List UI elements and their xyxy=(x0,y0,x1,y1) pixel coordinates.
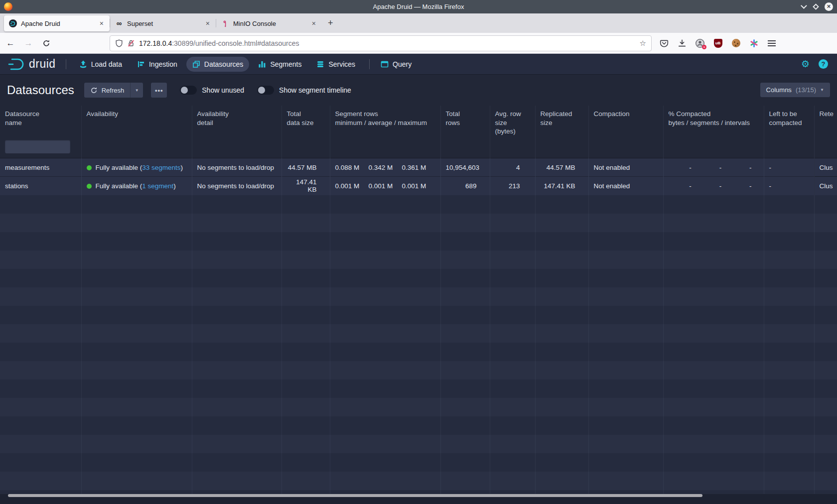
account-button[interactable]: × xyxy=(695,38,705,49)
nav-divider xyxy=(369,59,370,69)
browser-toolbar: ← → 172.18.0.4:30899/unified-console.htm… xyxy=(0,33,837,54)
table-row-empty xyxy=(0,195,837,214)
settings-gear-icon[interactable]: ⚙ xyxy=(801,59,810,69)
cell-total-rows: 10,954,603 xyxy=(440,158,490,177)
table-row-stations[interactable]: stations Fully available (1 segment) No … xyxy=(0,177,837,195)
show-segment-timeline-toggle[interactable] xyxy=(257,86,274,95)
segments-icon xyxy=(258,60,266,68)
table-header-row: Datasourcename Availability Availability… xyxy=(0,106,837,136)
downloads-button[interactable] xyxy=(677,38,688,49)
services-icon xyxy=(316,60,324,68)
col-header-compaction[interactable]: Compaction xyxy=(588,106,663,136)
col-header-replicated-size[interactable]: Replicatedsize xyxy=(535,106,588,136)
col-header-avg-row-size[interactable]: Avg. row size(bytes) xyxy=(490,106,535,136)
help-icon[interactable]: ? xyxy=(819,59,828,69)
col-header-datasource-name[interactable]: Datasourcename xyxy=(0,106,81,136)
segments-link[interactable]: 33 segments xyxy=(142,164,180,171)
tab-close-icon[interactable]: × xyxy=(311,19,317,27)
datasources-icon xyxy=(192,60,200,68)
columns-button[interactable]: Columns (13/15) ▼ xyxy=(760,83,830,97)
col-header-total-rows[interactable]: Totalrows xyxy=(440,106,490,136)
horizontal-scrollbar-thumb[interactable] xyxy=(8,494,702,497)
ingestion-icon xyxy=(137,60,145,68)
account-error-badge: × xyxy=(702,45,706,49)
nav-divider xyxy=(66,59,66,69)
superset-favicon-icon: ∞ xyxy=(115,19,123,27)
columns-count: (13/15) xyxy=(796,86,816,94)
bookmark-star-icon[interactable]: ☆ xyxy=(640,39,646,48)
nav-item-label: Datasources xyxy=(204,60,244,68)
nav-item-segments[interactable]: Segments xyxy=(252,57,307,72)
url-text[interactable]: 172.18.0.4:30899/unified-console.html#da… xyxy=(139,39,640,47)
segments-link[interactable]: 1 segment xyxy=(142,182,173,190)
table-row-empty xyxy=(0,251,837,269)
col-header-availability-detail[interactable]: Availabilitydetail xyxy=(192,106,281,136)
nav-item-label: Ingestion xyxy=(149,60,177,68)
show-unused-toggle[interactable] xyxy=(180,86,197,95)
tab-superset[interactable]: ∞ Superset × xyxy=(110,15,216,31)
menu-button[interactable] xyxy=(766,38,777,49)
nav-item-load-data[interactable]: Load data xyxy=(73,57,128,72)
datasource-filter-input[interactable] xyxy=(5,140,70,153)
horizontal-scrollbar[interactable] xyxy=(0,494,837,504)
hamburger-icon xyxy=(768,40,776,41)
col-header-total-data-size[interactable]: Totaldata size xyxy=(281,106,330,136)
table-row-empty xyxy=(0,232,837,251)
cell-replicated-size: 44.57 MB xyxy=(535,158,588,177)
window-maximize-icon[interactable] xyxy=(813,3,819,10)
forward-button[interactable]: → xyxy=(21,36,36,51)
columns-label: Columns xyxy=(766,86,792,94)
col-header-left-to-be-compacted[interactable]: Left to becompacted xyxy=(764,106,814,136)
druid-brand[interactable]: druid xyxy=(8,57,56,71)
cell-availability: Fully available (1 segment) xyxy=(81,177,192,195)
nav-item-query[interactable]: Query xyxy=(375,57,418,72)
tab-close-icon[interactable]: × xyxy=(205,19,211,27)
ublock-extension-button[interactable]: uB xyxy=(712,38,723,49)
druid-logo-icon xyxy=(8,57,26,71)
refresh-button[interactable]: Refresh xyxy=(84,83,131,98)
cell-replicated-size: 147.41 KB xyxy=(535,177,588,195)
brand-text: druid xyxy=(29,57,56,71)
table-row-measurements[interactable]: measurements Fully available (33 segment… xyxy=(0,158,837,177)
table-row-empty xyxy=(0,398,837,416)
cell-total-data-size: 147.41 KB xyxy=(281,177,330,195)
extension-asterisk-button[interactable] xyxy=(748,38,759,49)
col-header-availability[interactable]: Availability xyxy=(81,106,192,136)
cell-total-rows: 689 xyxy=(440,177,490,195)
cell-retention: Clus xyxy=(814,158,837,177)
pocket-button[interactable] xyxy=(659,38,670,49)
window-close-icon[interactable]: × xyxy=(825,2,833,11)
cell-pct-compacted: --- xyxy=(663,177,764,195)
asterisk-icon xyxy=(749,39,758,48)
reload-icon xyxy=(42,39,50,47)
load-data-icon xyxy=(79,60,87,68)
url-bar[interactable]: 172.18.0.4:30899/unified-console.html#da… xyxy=(110,35,652,51)
table-row-empty xyxy=(0,416,837,435)
back-button[interactable]: ← xyxy=(3,36,18,51)
col-header-retention[interactable]: Rete xyxy=(814,106,837,136)
table-row-empty xyxy=(0,306,837,324)
nav-item-services[interactable]: Services xyxy=(310,57,361,72)
col-header-segment-rows[interactable]: Segment rowsminimum / average / maximum xyxy=(330,106,440,136)
refresh-dropdown-button[interactable]: ▼ xyxy=(130,83,143,98)
table-row-empty xyxy=(0,361,837,379)
screen: Apache Druid — Mozilla Firefox × Apache … xyxy=(0,0,837,504)
col-header-pct-compacted[interactable]: % Compactedbytes / segments / intervals xyxy=(663,106,764,136)
reload-button[interactable] xyxy=(39,36,54,51)
query-icon xyxy=(381,60,389,68)
table-row-empty xyxy=(0,214,837,232)
insecure-lock-icon[interactable] xyxy=(127,39,135,47)
more-actions-button[interactable]: ••• xyxy=(151,83,167,98)
nav-item-label: Services xyxy=(328,60,355,68)
cell-segment-rows: 0.088 M0.342 M0.361 M xyxy=(330,158,440,177)
nav-item-ingestion[interactable]: Ingestion xyxy=(131,57,183,72)
nav-item-datasources[interactable]: Datasources xyxy=(186,57,250,72)
tracking-shield-icon[interactable] xyxy=(115,39,123,47)
tab-apache-druid[interactable]: Apache Druid × xyxy=(4,15,110,31)
tab-close-icon[interactable]: × xyxy=(99,19,105,27)
new-tab-button[interactable]: + xyxy=(322,18,339,28)
tab-minio-console[interactable]: MinIO Console × xyxy=(216,15,322,31)
chevron-down-icon: ▼ xyxy=(135,88,139,93)
minio-favicon-icon xyxy=(221,19,229,27)
cookie-extension-button[interactable] xyxy=(730,38,741,49)
